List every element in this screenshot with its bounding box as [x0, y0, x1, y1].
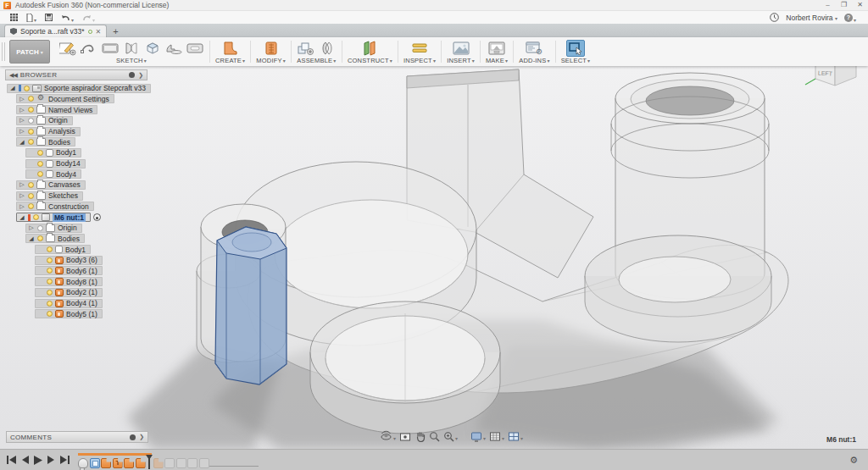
sweep-icon[interactable] [164, 40, 183, 57]
addins-group-label[interactable]: ADD-INS [519, 57, 549, 64]
activate-component-radio[interactable] [93, 213, 101, 221]
expand-arrow-icon[interactable] [28, 224, 35, 231]
visibility-bulb-icon[interactable] [28, 129, 34, 135]
visibility-bulb-icon[interactable] [28, 118, 34, 124]
create-group-label[interactable]: CREATE [215, 57, 245, 64]
assemble-group-label[interactable]: ASSEMBLE [297, 57, 336, 64]
expand-arrow-icon[interactable] [19, 192, 25, 199]
expand-arrow-icon[interactable] [19, 128, 25, 135]
step-forward-button[interactable] [47, 456, 55, 464]
app-grid-icon[interactable] [10, 14, 18, 21]
visibility-bulb-icon[interactable] [47, 257, 53, 263]
undo-button[interactable] [61, 10, 74, 25]
timeline-feature-feature-suppressed[interactable] [199, 458, 209, 468]
sketch-group-label[interactable]: SKETCH [116, 57, 147, 64]
browser-header[interactable]: ◀◀ BROWSER ❯ [5, 69, 147, 80]
expand-arrow-icon[interactable] [19, 214, 25, 221]
browser-collapse-icon[interactable]: ◀◀ [9, 72, 17, 79]
redo-button[interactable] [82, 10, 95, 25]
timeline-settings-gear-icon[interactable]: ⚙ [849, 455, 858, 466]
timeline-track[interactable] [78, 451, 209, 468]
select-tool-icon[interactable] [566, 40, 585, 57]
tree-row[interactable]: Canvases [16, 180, 200, 190]
visibility-bulb-icon[interactable] [28, 182, 34, 188]
rectangle-icon[interactable] [101, 40, 120, 57]
tree-row[interactable]: Body1 [25, 148, 200, 158]
visibility-bulb-icon[interactable] [24, 86, 30, 91]
tree-row[interactable]: Construction [16, 202, 200, 212]
grid-snaps-icon[interactable] [489, 429, 504, 444]
close-button[interactable]: ✕ [852, 0, 868, 10]
expand-arrow-icon[interactable] [19, 203, 25, 210]
timeline-feature-component[interactable] [90, 458, 100, 468]
expand-arrow-icon[interactable] [19, 107, 25, 113]
tab-close-icon[interactable]: ✕ [96, 28, 102, 36]
visibility-bulb-icon[interactable] [28, 107, 34, 113]
tree-row[interactable]: Bodies [16, 137, 200, 147]
zoom-icon[interactable] [429, 431, 440, 442]
insert-image-icon[interactable] [452, 40, 470, 57]
expand-arrow-icon[interactable] [9, 85, 16, 91]
zoom-window-icon[interactable] [443, 429, 458, 444]
timeline-feature-extrude[interactable] [124, 458, 134, 468]
user-account-button[interactable]: Norbert Rovira [786, 14, 837, 22]
tree-row[interactable]: Body1 [35, 245, 200, 254]
tree-row[interactable]: Origin [16, 116, 200, 125]
timeline-feature-feature-suppressed[interactable] [176, 458, 186, 468]
expand-arrow-icon[interactable] [19, 181, 25, 188]
timeline-playhead[interactable] [148, 455, 150, 469]
browser-options-icon[interactable] [129, 72, 135, 78]
look-at-icon[interactable] [399, 431, 411, 442]
visibility-bulb-icon[interactable] [47, 301, 53, 307]
browser-chevron-icon[interactable]: ❯ [138, 72, 143, 79]
expand-arrow-icon[interactable] [28, 235, 35, 242]
tree-row[interactable]: Body4 [25, 170, 200, 180]
tree-row[interactable]: Body5 (1) [35, 309, 200, 318]
construct-plane-icon[interactable] [360, 40, 379, 57]
timeline-feature-extrude[interactable] [101, 458, 111, 468]
visibility-bulb-icon[interactable] [37, 161, 43, 167]
addins-scripts-icon[interactable]: ⚙ [525, 40, 543, 57]
make-group-label[interactable]: MAKE [486, 57, 508, 64]
visibility-bulb-icon[interactable] [47, 311, 53, 317]
comments-panel[interactable]: COMMENTS ❯ [6, 431, 148, 443]
visibility-bulb-icon[interactable] [37, 171, 43, 177]
visibility-bulb-icon[interactable] [37, 225, 43, 231]
new-component-icon[interactable] [297, 40, 315, 57]
step-back-button[interactable] [21, 456, 29, 464]
tree-row[interactable]: Bodies [25, 235, 200, 244]
minimize-button[interactable]: – [820, 0, 836, 10]
tree-row[interactable]: Sketches [16, 191, 200, 201]
viewports-icon[interactable] [508, 429, 523, 444]
spline-icon[interactable] [80, 40, 98, 57]
joint-icon[interactable] [318, 40, 337, 57]
save-button[interactable] [45, 14, 53, 21]
expand-arrow-icon[interactable] [19, 96, 25, 102]
visibility-bulb-icon[interactable] [47, 246, 53, 252]
play-button[interactable] [34, 456, 42, 465]
comments-options-icon[interactable] [130, 434, 136, 440]
mirror-icon[interactable] [122, 40, 141, 57]
visibility-bulb-icon[interactable] [47, 290, 53, 296]
display-settings-icon[interactable] [470, 429, 486, 444]
maximize-button[interactable]: ❐ [836, 0, 852, 10]
visibility-bulb-icon[interactable] [47, 279, 53, 285]
tree-row[interactable]: Named Views [16, 105, 200, 114]
inspect-group-label[interactable]: INSPECT [403, 57, 436, 64]
construct-group-label[interactable]: CONSTRUCT [348, 57, 392, 64]
workspace-selector-patch[interactable]: PATCH [9, 40, 50, 64]
tree-row[interactable]: Body8 (1) [35, 277, 200, 286]
tree-row[interactable]: Body6 (1) [35, 267, 200, 276]
modify-group-label[interactable]: MODIFY [256, 57, 286, 64]
tree-row[interactable]: Soporte aspirador Stepcraft v33 [7, 84, 200, 93]
go-to-start-button[interactable] [7, 456, 16, 464]
visibility-bulb-icon[interactable] [28, 139, 34, 145]
visibility-bulb-icon[interactable] [28, 96, 34, 102]
tree-row[interactable]: Body14 [25, 159, 200, 169]
tree-row[interactable]: Document Settings [16, 95, 200, 104]
tree-row[interactable]: Body4 (1) [35, 299, 200, 308]
job-status-clock-icon[interactable] [770, 10, 779, 25]
timeline-feature-thread[interactable] [113, 458, 123, 468]
file-menu-button[interactable] [26, 10, 36, 25]
help-button[interactable]: ? [844, 10, 856, 25]
